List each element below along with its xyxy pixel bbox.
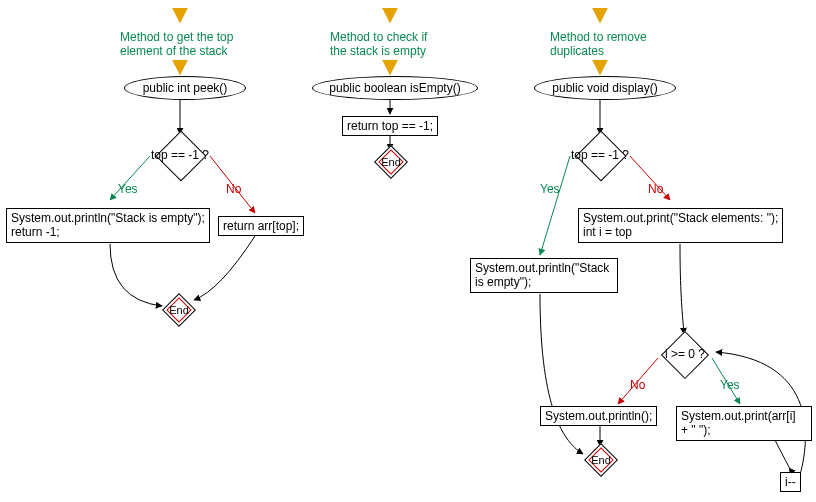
chart2-start: public boolean isEmpty() xyxy=(312,76,478,100)
chart3-d1-no: No xyxy=(648,182,663,196)
chart2-title: Method to check if the stack is empty xyxy=(330,30,427,59)
chart1-yes-box: System.out.println("Stack is empty"); re… xyxy=(6,208,210,243)
chart3-start-text: public void display() xyxy=(552,81,657,95)
chart1-yes-label: Yes xyxy=(118,182,138,196)
flowchart-canvas: Method to get the top element of the sta… xyxy=(0,0,816,502)
chart3-d2-no: No xyxy=(630,378,645,392)
chart1-decision xyxy=(156,131,207,182)
chart3-decision1 xyxy=(576,131,627,182)
chart2-end-text: End xyxy=(381,156,401,168)
chart3-dec-box: i-- xyxy=(780,472,801,492)
chart3-end: End xyxy=(582,448,620,472)
chart3-start: public void display() xyxy=(534,76,676,100)
chart3-d2-yes: Yes xyxy=(720,378,740,392)
chart3-title: Method to remove duplicates xyxy=(550,30,647,59)
chart1-start: public int peek() xyxy=(124,76,246,100)
chart2-start-text: public boolean isEmpty() xyxy=(329,81,460,95)
chart2-end: End xyxy=(372,150,410,174)
chart1-start-text: public int peek() xyxy=(143,81,228,95)
chart3-yes1-box: System.out.println("Stack is empty"); xyxy=(470,258,618,293)
chart3-d1-yes: Yes xyxy=(540,182,560,196)
chart2-return-box: return top == -1; xyxy=(342,116,438,136)
chart3-decision2 xyxy=(661,331,709,379)
chart1-end: End xyxy=(160,298,198,322)
chart1-end-text: End xyxy=(169,304,189,316)
chart1-no-label: No xyxy=(226,182,241,196)
chart1-title: Method to get the top element of the sta… xyxy=(120,30,233,59)
chart1-no-box: return arr[top]; xyxy=(218,216,304,236)
chart3-yes2-box: System.out.print(arr[i] + " "); xyxy=(676,406,812,441)
chart3-no2-box: System.out.println(); xyxy=(540,406,657,426)
chart3-no1-box: System.out.print("Stack elements: "); in… xyxy=(578,208,783,243)
chart3-end-text: End xyxy=(591,454,611,466)
